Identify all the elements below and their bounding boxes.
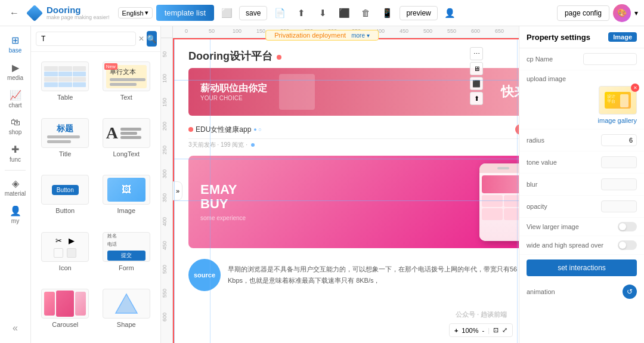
search-input[interactable] (36, 32, 136, 46)
page-config-button[interactable]: page config (557, 5, 609, 21)
sidebar-item-media[interactable]: ▶ media (0, 58, 30, 85)
component-panel: ✕ 🔍 Table New (31, 26, 161, 343)
follow-button[interactable]: 关注 (515, 124, 519, 135)
phone-mockup (479, 163, 519, 241)
user-avatar[interactable]: 🎨 (613, 4, 631, 22)
image-preview-box[interactable]: 设计平台 (599, 86, 637, 115)
table-label: Table (57, 94, 73, 101)
view-larger-toggle[interactable] (618, 222, 637, 231)
carousel-label: Carousel (52, 321, 78, 328)
component-button[interactable]: Button Button (37, 171, 94, 223)
watermark: 公众号 · 趋谈前端 (456, 310, 507, 319)
longtext-preview: A (103, 118, 150, 148)
side-ctrl-1[interactable]: ⋯ (470, 47, 483, 60)
fit-icon[interactable]: ⊡ (493, 326, 499, 334)
save-button[interactable]: save (239, 6, 267, 20)
sidebar-item-material[interactable]: ◈ material (0, 174, 30, 200)
icon-preview: ✂ ▶ (41, 232, 89, 262)
banner-text-en: YOUR CHOICE (200, 95, 267, 101)
form-label: Form (119, 264, 134, 271)
component-title[interactable]: 标题 Title (37, 115, 94, 166)
sidebar-item-shop[interactable]: 🛍 shop (0, 113, 30, 139)
canvas-main: 50 100 150 200 250 300 350 400 450 500 5… (161, 38, 519, 343)
sidebar-item-chart[interactable]: 📈 chart (0, 86, 30, 112)
blur-row: blur (519, 174, 644, 196)
wide-high-toggle[interactable] (618, 240, 637, 250)
set-interactions-button[interactable]: set interactions (527, 259, 637, 276)
icon-btn-upload[interactable]: ⬆ (292, 4, 310, 22)
canvas-page-title: Dooring设计平台 (188, 50, 281, 62)
template-list-button[interactable]: template list (156, 5, 214, 21)
icon-btn-2[interactable]: 📄 (271, 4, 289, 22)
component-longtext[interactable]: A LongText (98, 115, 155, 166)
emay-section[interactable]: EMAY BUY some experience (188, 156, 519, 248)
icon-btn-download[interactable]: ⬇ (314, 4, 332, 22)
chart-icon: 📈 (10, 89, 21, 101)
sidebar-item-my[interactable]: 👤 my (0, 202, 30, 228)
preview-button[interactable]: preview (400, 6, 437, 20)
image-gallery-link[interactable]: image gallery (527, 117, 637, 124)
cp-name-input[interactable] (583, 53, 637, 65)
icon-btn-social[interactable]: 📱 (378, 4, 396, 22)
icon-label: Icon (59, 264, 72, 271)
icon-btn-delete[interactable]: 🗑 (357, 4, 374, 22)
new-badge: New (104, 63, 117, 70)
icon-btn-copy[interactable]: ⬛ (335, 4, 353, 22)
image-tab[interactable]: Image (608, 32, 637, 42)
component-shape[interactable]: Shape (98, 285, 155, 337)
button-label: Button (55, 207, 75, 214)
animation-icon[interactable]: ↺ (623, 285, 637, 299)
right-panel: Property settings Image cp Name upload i… (519, 26, 644, 343)
panel-expand-arrow[interactable]: » (173, 181, 182, 200)
blur-label: blur (527, 181, 537, 188)
ruler-vertical: 50 100 150 200 250 300 350 400 450 500 5… (161, 38, 173, 343)
zoom-minus[interactable]: + (454, 327, 458, 334)
image-label: Image (117, 207, 135, 214)
logo-tagline: make page making easier! (47, 14, 110, 20)
blur-input[interactable] (601, 178, 637, 190)
avatar-dropdown[interactable]: ▾ (634, 9, 638, 17)
search-button[interactable]: 🔍 (147, 31, 157, 47)
component-icon[interactable]: ✂ ▶ Icon (37, 228, 94, 280)
table-preview (41, 61, 89, 91)
component-text[interactable]: New 单行文本 Text (98, 58, 155, 110)
view-larger-row: View larger image (519, 218, 644, 236)
component-table[interactable]: Table (37, 58, 94, 110)
carousel-preview (41, 289, 89, 319)
icon-btn-1[interactable]: ⬜ (218, 4, 236, 22)
side-ctrl-2[interactable]: 🖥 (470, 62, 483, 75)
fullscreen-icon[interactable]: ⤢ (502, 326, 507, 334)
remove-image-button[interactable]: ✕ (631, 84, 639, 92)
opacity-input[interactable] (601, 200, 637, 212)
more-link[interactable]: more ▾ (351, 32, 370, 39)
canvas-title-section: Dooring设计平台 (174, 39, 519, 68)
source-section: source 早期的浏览器是不具备与用户交互能力的，可以想象一下，在那个电话拨号… (174, 253, 519, 297)
stats-row: 3天前发布 · 199 阅览 · (188, 139, 519, 151)
component-image[interactable]: 🖼 Image (98, 171, 155, 223)
canvas-scroll[interactable]: Dooring设计平台 薪动职位由你定 YOUR CHOICE 快来 (173, 38, 519, 343)
canvas-page: Dooring设计平台 薪动职位由你定 YOUR CHOICE 快来 (173, 38, 519, 343)
component-form[interactable]: 姓名 电话 提交 Form (98, 228, 155, 280)
top-toolbar: ← Dooring make page making easier! Engli… (0, 0, 644, 26)
cp-name-row: cp Name (519, 48, 644, 70)
icon-btn-user[interactable]: 👤 (441, 4, 459, 22)
svg-marker-0 (116, 294, 137, 313)
component-carousel[interactable]: Carousel (37, 285, 94, 337)
side-ctrl-4[interactable]: ⬆ (470, 92, 483, 105)
upload-preview: 设计平台 ✕ (527, 86, 637, 115)
source-button[interactable]: source (188, 259, 221, 291)
banner-section[interactable]: 薪动职位由你定 YOUR CHOICE 快来 (188, 68, 519, 116)
toggle-knob-view-larger (619, 223, 626, 230)
sidebar-item-func[interactable]: ✚ func (0, 140, 30, 166)
tone-value-input[interactable] (601, 156, 637, 168)
language-button[interactable]: English ▾ (118, 7, 153, 18)
zoom-plus[interactable]: - (482, 327, 484, 334)
search-clear-icon[interactable]: ✕ (138, 35, 144, 43)
property-settings-title: Property settings (527, 33, 590, 42)
title-label: Title (59, 150, 71, 157)
sidebar-collapse-button[interactable]: « (8, 318, 23, 338)
back-button[interactable]: ← (6, 5, 23, 21)
radius-input[interactable] (601, 134, 637, 146)
side-ctrl-3[interactable]: ⬛ (470, 77, 483, 90)
sidebar-item-base[interactable]: ⊞ base (0, 31, 30, 57)
